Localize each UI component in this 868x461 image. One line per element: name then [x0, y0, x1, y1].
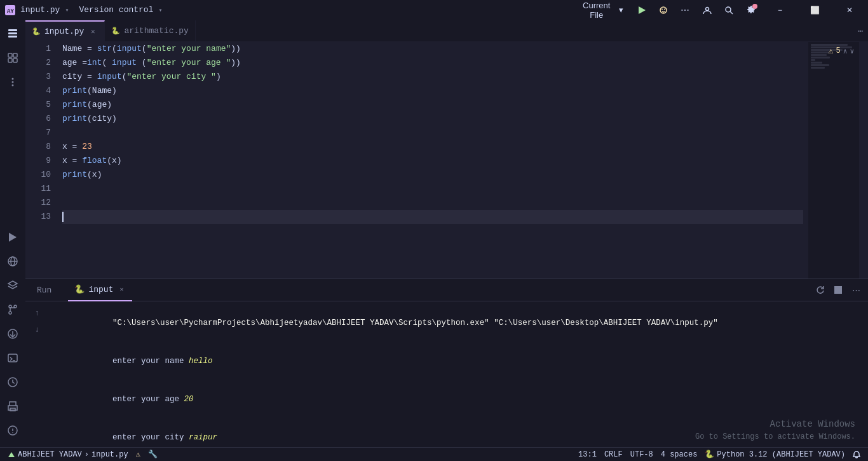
status-filename: input.py: [92, 450, 128, 459]
status-encoding[interactable]: UTF-8: [628, 450, 656, 459]
svg-marker-38: [8, 452, 15, 457]
settings-area: [743, 3, 759, 18]
tab-bar: 🐍 input.py ✕ 🐍 arithmatic.py ⋯: [25, 20, 868, 42]
maximize-button[interactable]: ⬜: [801, 0, 829, 20]
svg-rect-9: [8, 29, 17, 31]
tab-arithmatic-py[interactable]: 🐍 arithmatic.py: [105, 20, 195, 41]
status-python[interactable]: 🐍 Python 3.12 (ABHIJEET YADAV): [702, 450, 848, 459]
activity-clock[interactable]: [1, 371, 24, 394]
terminal-input-label: input: [88, 285, 113, 294]
tab-label-input: input.py: [44, 27, 84, 36]
code-line-13: [62, 210, 803, 224]
status-warning[interactable]: ⚠: [133, 450, 143, 459]
status-left: ABHIJEET YADAV › input.py ⚠ 🔧: [5, 450, 571, 459]
status-wrench[interactable]: 🔧: [146, 450, 160, 459]
status-right: 13:1 CRLF UTF-8 4 spaces 🐍 Python 3.12 (…: [576, 450, 863, 459]
title-bar-right: Current File ▾ ⋯: [573, 0, 863, 21]
status-line-ending[interactable]: CRLF: [602, 450, 625, 459]
code-area[interactable]: Name = str(input("enter your name")) age…: [57, 42, 808, 279]
editor-area: 🐍 input.py ✕ 🐍 arithmatic.py ⋯ ⚠ 5 ∧ ∨: [25, 20, 868, 447]
code-line-10: print(x): [62, 168, 803, 182]
terminal-more-button[interactable]: ⋯: [849, 283, 863, 297]
terminal-run-label: Run: [37, 286, 51, 295]
code-editor[interactable]: 12345 678910 111213 Name = str(input("en…: [25, 42, 808, 279]
activity-bottom: [1, 226, 24, 444]
terminal-input-tab[interactable]: 🐍 input ✕: [68, 279, 132, 301]
tab-input-py[interactable]: 🐍 input.py ✕: [25, 20, 105, 41]
terminal-line-1: enter your name hello: [46, 342, 863, 380]
search-button[interactable]: [722, 3, 736, 18]
vc-chevron[interactable]: ▾: [158, 6, 162, 14]
status-indent[interactable]: 4 spaces: [658, 450, 700, 459]
svg-rect-14: [8, 58, 12, 62]
more-button[interactable]: ⋯: [678, 3, 692, 18]
svg-point-36: [12, 432, 13, 434]
terminal-stop-button[interactable]: [831, 283, 845, 297]
terminal-scroll-down[interactable]: ↓: [31, 323, 43, 336]
activity-print[interactable]: [1, 395, 24, 418]
settings-notification-dot: [752, 4, 757, 9]
status-user-label: ABHIJEET YADAV: [18, 450, 82, 459]
terminal-side-buttons: ↑ ↓: [31, 304, 46, 444]
svg-rect-10: [8, 32, 17, 34]
code-line-1: Name = str(input("enter your name")): [62, 42, 803, 56]
svg-point-7: [726, 7, 731, 12]
svg-marker-2: [639, 6, 646, 14]
close-button[interactable]: ✕: [836, 0, 863, 20]
activate-title: Activate Windows: [695, 418, 855, 430]
minimize-button[interactable]: −: [766, 0, 794, 20]
filename-chevron[interactable]: ▾: [65, 6, 69, 14]
minimap: [808, 42, 859, 279]
svg-point-6: [705, 7, 709, 10]
terminal-header: Run 🐍 input ✕: [25, 279, 868, 301]
scrollbar-area[interactable]: [859, 42, 868, 279]
code-line-3: city = input("enter your city "): [62, 70, 803, 84]
activity-terminal[interactable]: [1, 347, 24, 369]
code-line-5: print(age): [62, 98, 803, 112]
status-position[interactable]: 13:1: [576, 450, 599, 459]
terminal-panel: Run 🐍 input ✕: [25, 279, 868, 447]
code-line-6: print(city): [62, 112, 803, 126]
svg-line-8: [730, 11, 733, 14]
expand-up-icon[interactable]: ∧: [843, 47, 848, 55]
activity-globe[interactable]: [1, 250, 24, 273]
tab-icon-arithmatic: 🐍: [111, 27, 120, 35]
svg-point-16: [12, 78, 14, 80]
terminal-scroll-up[interactable]: ↑: [31, 306, 43, 319]
tab-close-input[interactable]: ✕: [88, 27, 98, 37]
terminal-line-2: enter your age 20: [46, 380, 863, 418]
code-line-2: age =int( input ("enter your age ")): [62, 56, 803, 70]
terminal-input-close[interactable]: ✕: [117, 285, 126, 294]
activity-download[interactable]: [1, 322, 24, 345]
terminal-command-line: "C:\Users\user\PycharmProjects\Abhijeety…: [46, 304, 863, 342]
code-line-7: [62, 126, 803, 140]
status-line-ending-label: CRLF: [604, 450, 623, 459]
svg-rect-13: [13, 53, 17, 57]
expand-down-icon[interactable]: ∨: [850, 47, 854, 55]
activity-layout[interactable]: [1, 46, 24, 69]
warning-count: 5: [836, 46, 841, 55]
activity-layers[interactable]: [1, 274, 24, 297]
svg-rect-32: [10, 402, 16, 406]
activity-run[interactable]: [1, 226, 24, 249]
activity-files[interactable]: [1, 22, 24, 45]
tab-more-button[interactable]: ⋯: [853, 20, 868, 41]
profile-button[interactable]: [700, 3, 714, 18]
svg-marker-19: [9, 233, 17, 242]
terminal-run-tab[interactable]: Run: [31, 279, 58, 301]
activity-more[interactable]: [1, 71, 24, 93]
debug-button[interactable]: [656, 3, 670, 18]
terminal-input-icon: 🐍: [74, 284, 85, 294]
run-button[interactable]: [635, 3, 649, 18]
status-user[interactable]: ABHIJEET YADAV › input.py: [5, 450, 131, 459]
version-control-label[interactable]: Version control: [79, 5, 153, 15]
terminal-body[interactable]: ↑ ↓ "C:\Users\user\PycharmProjects\Abhij…: [25, 301, 868, 447]
activity-error[interactable]: [1, 419, 24, 442]
activity-git[interactable]: [1, 298, 24, 321]
terminal-restart-button[interactable]: [813, 283, 827, 297]
warning-icon: ⚠: [829, 46, 834, 56]
status-position-label: 13:1: [578, 450, 597, 459]
status-notification[interactable]: [850, 451, 863, 458]
current-file-button[interactable]: Current File ▾: [573, 0, 627, 21]
code-line-12: [62, 196, 803, 210]
